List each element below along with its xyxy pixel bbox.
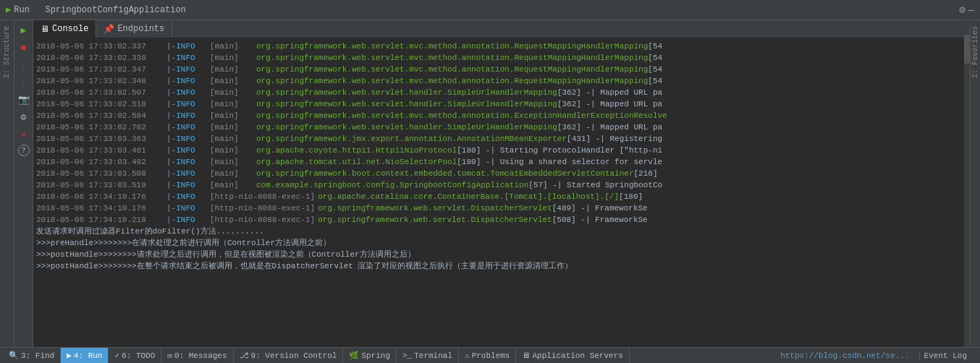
log-class: org.apache.catalina.core.ContainerBase.[… [318,191,619,202]
settings-button[interactable]: ⚙ [17,110,31,124]
log-timestamp: 2018-05-06 17:33:02.702 [36,121,166,133]
close-icon[interactable]: — [968,4,974,16]
version-icon: ⎇ [240,351,249,360]
log-message: [362] -| Mapped URL pa [557,121,662,133]
log-thread: [http-nio-8088-exec-1] [210,202,315,214]
log-class: org.springframework.web.servlet.Dispatch… [318,214,552,226]
status-item-version[interactable]: ⎇9: Version Control [234,348,344,363]
log-timestamp: 2018-05-06 17:33:02.347 [36,64,166,75]
log-level: |-INFO [166,87,210,98]
log-message: [180] -| Using a shared selector for ser… [457,156,662,168]
toolbar-left: ▶ ■ ↓ ↓ 📷 ⚙ ✕ ? [14,20,33,347]
log-level: |-INFO [166,98,210,110]
log-thread: [main] [210,145,253,156]
delete-button[interactable]: ✕ [17,127,31,142]
log-timestamp: 2018-05-06 17:33:02.338 [36,52,166,64]
tab-console[interactable]: 🖥 Console [33,20,96,38]
log-line: 2018-05-06 17:33:02.702 |-INFO [main] or… [33,121,964,133]
log-line: 2018-05-06 17:33:02.338 |-INFO [main] or… [33,52,964,64]
log-thread: [main] [210,87,253,98]
log-timestamp: 2018-05-06 17:33:03.508 [36,168,166,179]
log-level: |-INFO [166,156,210,168]
log-message: [180] -| Starting ProtocolHandler ["http… [457,145,662,156]
app-name: SpringbootConfigApplication [45,5,185,15]
resume-button[interactable]: ↓ [17,58,31,72]
log-class: org.springframework.web.servlet.handler.… [256,98,557,110]
run-icon: ▶ [6,4,11,15]
log-class: org.springframework.web.servlet.mvc.meth… [256,75,648,87]
log-message: [54 [648,40,662,52]
log-class: org.springframework.web.servlet.handler.… [256,87,557,98]
log-message: [216] [634,168,658,179]
log-thread: [main] [210,52,253,64]
log-level: |-INFO [166,64,210,75]
log-timestamp: 2018-05-06 17:34:10.176 [36,202,166,214]
event-log-label[interactable]: Event Log [919,351,971,360]
log-line: 2018-05-06 17:33:03.482 |-INFO [main] or… [33,156,964,168]
camera-button[interactable]: 📷 [17,93,31,107]
log-level: |-INFO [166,191,210,202]
log-class: org.springframework.boot.context.embedde… [256,168,634,179]
status-item-appservers[interactable]: 🖥Application Servers [516,348,629,363]
log-timestamp: 2018-05-06 17:33:03.519 [36,179,166,191]
log-thread: [main] [210,168,253,179]
log-line-extra: 发送请求时调用过滤器Filter的doFilter()方法.......... [33,226,964,237]
problems-icon: ⚠ [465,351,470,360]
log-level: |-INFO [166,52,210,64]
log-line: 2018-05-06 17:33:02.347 |-INFO [main] or… [33,64,964,75]
status-item-problems[interactable]: ⚠Problems [459,348,516,363]
status-item-find[interactable]: 🔍3: Find [3,348,61,363]
log-timestamp: 2018-05-06 17:33:03.363 [36,133,166,145]
log-level: |-INFO [166,179,210,191]
log-line: 2018-05-06 17:34:10.176 |-INFO [http-nio… [33,191,964,202]
log-message: [180] [619,191,643,202]
log-class: org.springframework.web.servlet.mvc.meth… [256,64,648,75]
log-timestamp: 2018-05-06 17:34:10.218 [36,214,166,226]
log-chinese: 发送请求时调用过滤器Filter的doFilter()方法.......... [36,226,264,237]
console-tab-label: Console [52,24,88,34]
terminal-label: Terminal [414,351,452,360]
log-timestamp: 2018-05-06 17:33:03.482 [36,156,166,168]
log-line: 2018-05-06 17:33:03.508 |-INFO [main] or… [33,168,964,179]
log-level: |-INFO [166,121,210,133]
terminal-icon: >_ [402,351,412,360]
appservers-label: Application Servers [532,351,622,360]
help-button[interactable]: ? [18,145,30,156]
log-timestamp: 2018-05-06 17:34:10.176 [36,191,166,202]
log-thread: [main] [210,156,253,168]
log-timestamp: 2018-05-06 17:33:02.348 [36,75,166,87]
status-item-todo[interactable]: ✓6: TODO [109,348,161,363]
settings-icon[interactable]: ⚙ [959,4,965,16]
status-item-messages[interactable]: ✉0: Messages [161,348,233,363]
console-output[interactable]: 2018-05-06 17:33:02.337 |-INFO [main] or… [33,39,964,347]
scrollbar-right[interactable] [964,20,970,347]
status-item-terminal[interactable]: >_Terminal [397,348,459,363]
log-timestamp: 2018-05-06 17:33:02.584 [36,110,166,121]
log-timestamp: 2018-05-06 17:33:03.461 [36,145,166,156]
run-label: Run [14,5,30,15]
log-line: 2018-05-06 17:33:02.348 |-INFO [main] or… [33,75,964,87]
status-right: https://blog.csdn.net/se... Event Log [780,351,977,360]
log-thread: [main] [210,75,253,87]
log-line: 2018-05-06 17:34:10.218 |-INFO [http-nio… [33,214,964,226]
log-line: 2018-05-06 17:33:03.461 |-INFO [main] or… [33,145,964,156]
log-line: 2018-05-06 17:33:02.510 |-INFO [main] or… [33,98,964,110]
log-level: |-INFO [166,75,210,87]
structure-label: 2: Structure [3,26,11,78]
log-line-extra: >>>preHandle>>>>>>>>在请求处理之前进行调用（Controll… [33,237,964,249]
tab-endpoints[interactable]: 📌 Endpoints [96,20,172,38]
status-item-run[interactable]: ▶4: Run [61,348,109,363]
log-thread: [main] [210,179,253,191]
endpoints-tab-icon: 📌 [104,24,114,35]
status-item-spring[interactable]: 🌿Spring [343,348,397,363]
restart-button[interactable]: ▶ [17,23,31,38]
log-message: [362] -| Mapped URL pa [557,87,662,98]
run-icon: ▶ [67,351,72,360]
log-thread: [http-nio-8088-exec-1] [210,214,315,226]
status-url: https://blog.csdn.net/se... [780,351,909,360]
log-message: [362] -| Mapped URL pa [557,98,662,110]
stop-button[interactable]: ■ [17,40,31,55]
log-thread: [main] [210,64,253,75]
log-level: |-INFO [166,168,210,179]
main-layout: 2: Structure ▶ ■ ↓ ↓ 📷 ⚙ ✕ ? 🖥 Console 📌 [0,20,980,347]
